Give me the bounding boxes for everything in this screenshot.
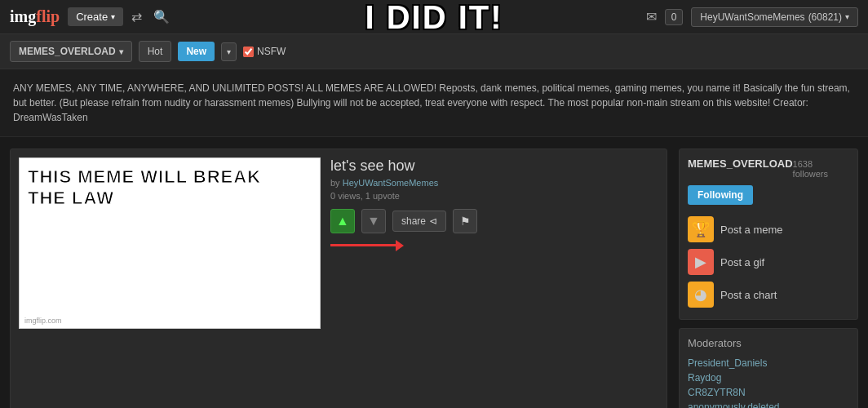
sidebar-stream-name: MEMES_OVERLOAD xyxy=(688,157,793,170)
post-chart-row[interactable]: ◕ Post a chart xyxy=(688,278,849,311)
mod-anonymously-deleted[interactable]: anonymously.deleted xyxy=(688,400,849,408)
user-menu-button[interactable]: HeyUWantSomeMemes (60821) xyxy=(691,7,858,27)
post-stats: 0 views, 1 upvote xyxy=(330,191,658,201)
mod-president-daniels[interactable]: President_Daniels xyxy=(688,356,849,370)
hot-filter-button[interactable]: Hot xyxy=(139,41,172,62)
downvote-button[interactable]: ▼ xyxy=(361,209,386,233)
post-meme-row[interactable]: 🏆 Post a meme xyxy=(688,213,849,246)
sidebar-followers: 1638 followers xyxy=(793,159,849,179)
mail-icon[interactable]: ✉ xyxy=(646,9,657,24)
shuffle-icon[interactable]: ⇄ xyxy=(131,9,142,24)
create-button[interactable]: Create xyxy=(68,7,123,26)
stream-description: ANY MEMES, ANY TIME, ANYWHERE, AND UNLIM… xyxy=(0,69,868,137)
share-icon: ⊲ xyxy=(429,215,437,227)
meme-watermark: imgflip.com xyxy=(24,317,62,325)
stream-name-button[interactable]: MEMES_OVERLOAD xyxy=(10,41,132,62)
post-card: THIS MEME WILL BREAK THE LAW imgflip.com… xyxy=(10,149,667,408)
main-content: THIS MEME WILL BREAK THE LAW imgflip.com… xyxy=(0,137,868,408)
right-sidebar: MEMES_OVERLOAD 1638 followers Following … xyxy=(679,149,858,408)
mod-cr8zytr8n[interactable]: CR8ZYTR8N xyxy=(688,385,849,400)
vote-row: ▲ ▼ share ⊲ ⚑ xyxy=(330,209,658,233)
chart-icon: ◕ xyxy=(688,282,714,308)
following-button[interactable]: Following xyxy=(688,185,753,205)
logo: imgflip xyxy=(10,7,60,26)
post-inner: THIS MEME WILL BREAK THE LAW imgflip.com… xyxy=(19,157,658,329)
nsfw-toggle[interactable]: NSFW xyxy=(243,46,286,57)
post-author: by HeyUWantSomeMemes xyxy=(330,178,658,188)
post-gif-label: Post a gif xyxy=(720,256,764,268)
upvote-button[interactable]: ▲ xyxy=(330,209,355,233)
top-nav: imgflip Create ⇄ 🔍 ✉ 0 HeyUWantSomeMemes… xyxy=(0,0,868,34)
new-filter-button[interactable]: New xyxy=(178,42,215,61)
meme-text: THIS MEME WILL BREAK THE LAW xyxy=(28,166,298,210)
post-info: let's see how by HeyUWantSomeMemes 0 vie… xyxy=(330,157,658,329)
search-icon[interactable]: 🔍 xyxy=(153,9,170,24)
red-arrow xyxy=(330,240,404,251)
post-title: let's see how xyxy=(330,157,658,175)
post-chart-label: Post a chart xyxy=(720,289,777,301)
post-meme-label: Post a meme xyxy=(720,224,783,236)
sidebar-header: MEMES_OVERLOAD 1638 followers xyxy=(688,157,849,179)
nav-icons: ⇄ 🔍 xyxy=(131,9,170,24)
share-button[interactable]: share ⊲ xyxy=(392,211,446,232)
mod-raydog[interactable]: Raydog xyxy=(688,370,849,385)
moderators-title: Moderators xyxy=(688,337,849,349)
meme-icon: 🏆 xyxy=(688,216,714,242)
meme-image[interactable]: THIS MEME WILL BREAK THE LAW imgflip.com xyxy=(19,157,321,329)
nsfw-checkbox[interactable] xyxy=(243,47,254,57)
post-gif-row[interactable]: ▶ Post a gif xyxy=(688,246,849,278)
gif-icon: ▶ xyxy=(688,249,714,275)
nav-right: ✉ 0 HeyUWantSomeMemes (60821) xyxy=(646,7,858,27)
sidebar-stream-section: MEMES_OVERLOAD 1638 followers Following … xyxy=(679,149,858,320)
flag-button[interactable]: ⚑ xyxy=(453,209,477,233)
stream-bar: MEMES_OVERLOAD Hot New ▾ NSFW xyxy=(0,34,868,69)
notification-badge[interactable]: 0 xyxy=(665,9,684,25)
moderators-section: Moderators President_Daniels Raydog CR8Z… xyxy=(679,328,858,408)
author-link[interactable]: HeyUWantSomeMemes xyxy=(343,178,439,188)
filter-dropdown-button[interactable]: ▾ xyxy=(221,42,237,61)
